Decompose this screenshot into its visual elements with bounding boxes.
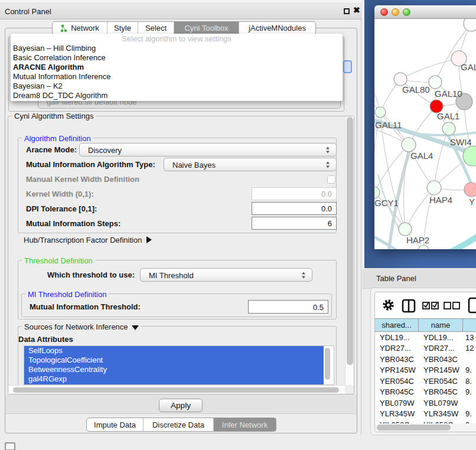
attr-list-scrollbar-thumb[interactable] (325, 348, 330, 380)
table-row[interactable]: YBL079WYBL079W (375, 397, 476, 409)
minimize-traffic-light[interactable] (392, 8, 399, 16)
close-window-icon[interactable]: ✖ (353, 5, 360, 15)
algorithm-option[interactable]: Basic Correlation Inference (11, 53, 343, 63)
edge[interactable] (400, 58, 459, 79)
node-GCY1[interactable] (374, 187, 380, 198)
node-GAL4[interactable] (402, 138, 416, 152)
hub-definition-label[interactable]: Hub/Transcription Factor Definition (24, 236, 152, 244)
algorithm-option[interactable]: Bayesian – K2 (11, 81, 343, 91)
unselect-all-checks-icon[interactable] (444, 301, 460, 310)
expand-right-icon[interactable] (146, 236, 152, 243)
mi-steps-field[interactable]: 6 (252, 217, 337, 230)
close-traffic-light[interactable] (380, 8, 388, 16)
table-row[interactable]: YBR043CYBR043C (375, 354, 476, 365)
algorithm-option[interactable]: ARACNE Algorithm (11, 63, 343, 72)
table-column-header[interactable] (463, 319, 476, 331)
mi-algorithm-type-arrows-icon (326, 161, 330, 168)
mi-steps-label: Mutual Information Steps: (26, 219, 120, 228)
data-attribute-item[interactable]: gal4RGexp (24, 374, 324, 384)
node-Y[interactable] (464, 182, 476, 197)
edge[interactable] (405, 188, 434, 229)
table-panel-title: Table Panel (376, 274, 416, 283)
focused-combo-sliver (343, 60, 352, 73)
edge[interactable] (374, 70, 380, 112)
attr-list-scrollbar[interactable] (324, 346, 334, 385)
data-attribute-item[interactable]: TopologicalCoefficient (24, 356, 324, 365)
bottom-tab-impute-data[interactable]: Impute Data (87, 418, 143, 431)
node-SWI4[interactable] (442, 122, 455, 135)
network-canvas[interactable]: GALGAL80GAL10GAL1GAL11GAL4SWI4HAP4YGCY1H… (374, 19, 476, 249)
table-gear-icon[interactable] (382, 299, 395, 311)
bottom-tab-infer-network[interactable]: Infer Network (213, 418, 276, 431)
collapse-down-icon[interactable] (132, 325, 139, 330)
table-row[interactable]: YDR27...YDR27...12 (375, 343, 476, 354)
tab-style[interactable]: Style (107, 22, 138, 34)
which-threshold-arrows-icon (302, 272, 306, 278)
node-GAL80[interactable] (394, 73, 407, 86)
table-row[interactable]: YIL052CYIL052C9 (375, 419, 476, 423)
table-row[interactable]: YBR045CYBR045C9. (375, 387, 476, 398)
data-attribute-item[interactable]: SelfLoops (24, 346, 324, 356)
mi-steps-value: 6 (328, 219, 332, 228)
table-panel-titlebar: Table Panel (362, 268, 476, 289)
sources-title[interactable]: Sources for Network Inference (22, 322, 141, 331)
table-row[interactable]: YDL19...YDL19...13 (375, 332, 476, 343)
table-page-icon[interactable] (468, 297, 476, 314)
node-HAP2[interactable] (399, 223, 412, 236)
table-body: YDL19...YDL19...13YDR27...YDR27...12YBR0… (375, 332, 476, 423)
apply-button[interactable]: Apply (159, 399, 203, 412)
table-columns-icon[interactable] (402, 299, 416, 313)
node-HAP4[interactable] (427, 181, 441, 195)
window-titlebar[interactable]: Control Panel ✖ (0, 4, 361, 19)
aracne-mode-label: Aracne Mode: (26, 145, 77, 154)
table-row[interactable]: YER054CYER054C8. (375, 376, 476, 387)
aracne-mode-combo[interactable]: Discovery (79, 143, 337, 156)
table-cell: YER054C (419, 377, 463, 386)
node-n-bot[interactable] (418, 245, 429, 249)
settings-vscrollbar[interactable] (345, 116, 354, 385)
zoom-traffic-light[interactable] (403, 8, 410, 16)
network-window-titlebar[interactable] (374, 5, 476, 19)
table-cell: YDR27... (419, 344, 463, 353)
algorithm-option[interactable]: Bayesian – Hill Climbing (11, 44, 343, 53)
edge[interactable] (434, 129, 449, 188)
thick-edge[interactable] (436, 235, 476, 249)
tab-jactivemnodules[interactable]: jActiveMNodules (239, 22, 315, 34)
select-all-checks-icon[interactable] (422, 301, 439, 310)
data-attributes-list[interactable]: SelfLoopsTopologicalCoefficientBetweenne… (24, 345, 334, 385)
node-GAL11[interactable] (375, 107, 386, 118)
node-GAL10[interactable] (429, 76, 442, 89)
algorithm-option[interactable]: Dream8 DC_TDC Algorithm (11, 91, 343, 100)
table-row[interactable]: YPR145WYPR145W9. (375, 365, 476, 376)
table-cell: 9. (463, 409, 476, 418)
manual-kernel-width-checkbox[interactable] (327, 175, 335, 184)
table-cell: 13 (463, 333, 476, 342)
which-threshold-combo[interactable]: MI Threshold (140, 268, 312, 282)
node-n-top[interactable] (464, 19, 476, 31)
tab-select[interactable]: Select (138, 22, 174, 34)
table-column-header[interactable]: name (419, 319, 463, 331)
table-cell: YER054C (375, 377, 419, 386)
node-label: GAL11 (375, 120, 402, 130)
docked-panel-icon[interactable] (5, 442, 15, 450)
settings-vscrollbar-thumb[interactable] (347, 117, 353, 365)
float-window-icon[interactable] (344, 8, 350, 14)
data-attribute-item[interactable]: BetweennessCentrality (24, 365, 324, 374)
settings-hscrollbar[interactable] (8, 385, 345, 394)
algorithm-option[interactable]: Mutual Information Inference (11, 72, 343, 81)
mi-algorithm-type-value: Naive Bayes (172, 160, 216, 169)
mi-algorithm-type-combo[interactable]: Naive Bayes (164, 158, 337, 171)
tab-network[interactable]: Network (53, 22, 107, 34)
bottom-tab-discretize-data[interactable]: Discretize Data (143, 418, 213, 431)
kernel-width-field[interactable]: 0.0 (252, 187, 337, 200)
tab-cyni-toolbox[interactable]: Cyni Toolbox (174, 22, 239, 34)
table-cell: 9. (463, 387, 476, 396)
settings-hscrollbar-thumb[interactable] (13, 387, 339, 393)
node-label: HAP2 (406, 235, 429, 245)
table-hscrollbar-thumb[interactable] (377, 425, 451, 431)
table-hscrollbar[interactable] (375, 423, 476, 432)
table-row[interactable]: YLR345WYLR345W9. (375, 409, 476, 420)
dpi-tolerance-field[interactable]: 0.0 (252, 202, 337, 215)
table-column-header[interactable]: shared... (375, 319, 419, 331)
mi-threshold-field[interactable]: 0.5 (248, 300, 328, 314)
